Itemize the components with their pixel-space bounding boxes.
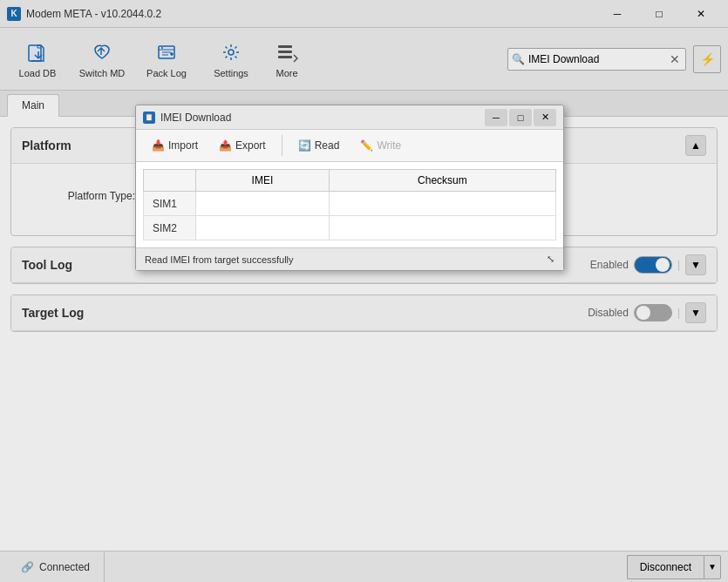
write-label: Write: [377, 139, 401, 152]
toolbar-separator: [282, 135, 282, 156]
table-header-checksum: Checksum: [329, 170, 555, 192]
export-button[interactable]: 📤 Export: [210, 137, 275, 154]
write-button[interactable]: ✏️ Write: [351, 137, 410, 154]
dialog-status-message: Read IMEI from target successfully: [145, 254, 294, 265]
sim1-imei: [196, 192, 330, 216]
dialog-icon: 📋: [143, 112, 155, 124]
write-icon: ✏️: [360, 139, 373, 152]
dialog-maximize-button[interactable]: □: [509, 109, 532, 126]
dialog-toolbar: 📥 Import 📤 Export 🔄 Read ✏️ Write: [136, 130, 563, 162]
sim1-checksum: [329, 192, 555, 216]
read-label: Read: [315, 139, 340, 152]
sim2-imei: [196, 216, 330, 240]
export-label: Export: [235, 139, 266, 152]
sim2-label: SIM2: [144, 216, 196, 240]
imei-table: IMEI Checksum SIM1 SIM2: [143, 169, 556, 240]
import-icon: 📥: [152, 139, 165, 152]
read-button[interactable]: 🔄 Read: [289, 137, 349, 154]
import-label: Import: [168, 139, 198, 152]
resize-icon: ⤡: [547, 254, 555, 265]
import-button[interactable]: 📥 Import: [143, 137, 207, 154]
table-header-empty: [144, 170, 196, 192]
dialog-table-area: IMEI Checksum SIM1 SIM2: [136, 162, 563, 247]
table-header-imei: IMEI: [196, 170, 330, 192]
read-icon: 🔄: [298, 139, 311, 152]
modal-backdrop: [0, 0, 728, 582]
dialog-close-button[interactable]: ✕: [534, 109, 556, 126]
dialog-window-controls: ─ □ ✕: [485, 109, 556, 126]
dialog-title: IMEI Download: [160, 112, 485, 124]
dialog-minimize-button[interactable]: ─: [485, 109, 507, 126]
table-row: SIM1: [144, 192, 556, 216]
imei-dialog: 📋 IMEI Download ─ □ ✕ 📥 Import 📤 Export …: [135, 105, 564, 271]
sim2-checksum: [329, 216, 555, 240]
dialog-titlebar: 📋 IMEI Download ─ □ ✕: [136, 105, 563, 130]
table-row: SIM2: [144, 216, 556, 240]
export-icon: 📤: [219, 139, 232, 152]
sim1-label: SIM1: [144, 192, 196, 216]
dialog-status-bar: Read IMEI from target successfully ⤡: [136, 247, 563, 270]
